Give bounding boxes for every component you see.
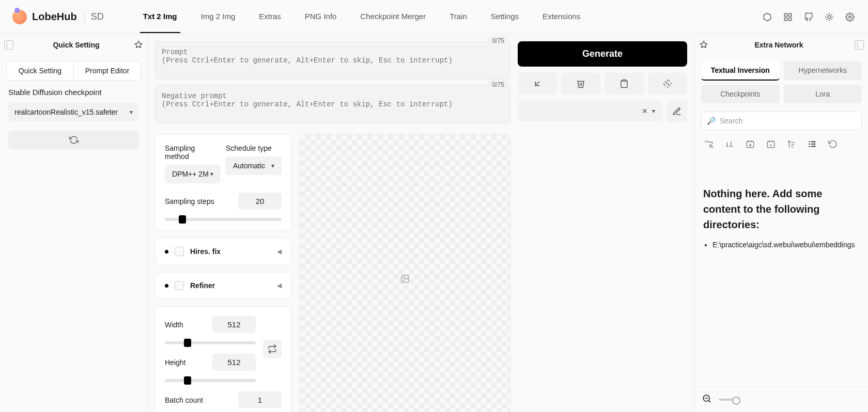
sidebar-left: Quick Setting Quick Setting Prompt Edito… <box>0 34 148 412</box>
hires-fix-collapse[interactable]: Hires. fix ◀ <box>155 238 291 265</box>
svg-line-8 <box>827 14 827 14</box>
refiner-collapse[interactable]: Refiner ◀ <box>155 272 291 299</box>
zoom-out-icon[interactable] <box>702 394 711 405</box>
gear-icon[interactable] <box>844 11 856 23</box>
swap-dimensions-button[interactable] <box>263 340 282 358</box>
svg-line-9 <box>831 19 832 20</box>
tab-textual-inversion[interactable]: Textual Inversion <box>701 61 780 81</box>
folder-search-icon[interactable] <box>701 137 717 151</box>
edit-styles-button[interactable] <box>667 101 687 122</box>
text-size-icon[interactable] <box>722 137 737 151</box>
tab-txt2img[interactable]: Txt 2 Img <box>140 1 180 33</box>
refiner-checkbox[interactable] <box>175 281 184 290</box>
sampling-method-select[interactable]: DPM++ 2M▾ <box>165 165 221 183</box>
checkpoint-select[interactable]: realcartoonRealistic_v15.safetensors ▾ <box>8 103 139 121</box>
chevron-left-icon: ◀ <box>277 248 282 255</box>
batch-count-value[interactable]: 1 <box>238 391 282 408</box>
chevron-down-icon: ▾ <box>271 162 274 169</box>
zoom-slider[interactable] <box>719 399 739 401</box>
svg-rect-3 <box>784 18 787 20</box>
sidebar-left-header: Quick Setting <box>0 34 147 56</box>
hires-fix-checkbox[interactable] <box>175 247 184 256</box>
refresh-checkpoints-button[interactable] <box>8 131 139 149</box>
pin-icon[interactable] <box>699 40 708 50</box>
negative-prompt-input[interactable] <box>155 85 510 123</box>
search-placeholder: Search <box>720 117 742 125</box>
styles-select[interactable]: ✕ ▾ <box>518 101 662 121</box>
tab-pnginfo[interactable]: PNG Info <box>302 1 340 33</box>
brand-suffix: SD <box>84 11 104 22</box>
tab-ckptmerger[interactable]: Checkpoint Merger <box>357 1 429 33</box>
empty-dir-list: E:\practice\aigc\sd.webui\webui\embeddin… <box>712 241 862 251</box>
tab-img2img[interactable]: Img 2 Img <box>198 1 239 33</box>
height-label: Height <box>165 358 185 367</box>
svg-rect-1 <box>784 13 787 16</box>
dot-icon <box>165 284 168 288</box>
tab-extras[interactable]: Extras <box>256 1 284 33</box>
arrow-down-left-icon <box>533 79 542 88</box>
sort-icon[interactable] <box>784 137 799 151</box>
generate-button[interactable]: Generate <box>518 41 687 67</box>
close-icon[interactable]: ✕ <box>642 107 648 115</box>
dimensions-card: Width 512 Height 512 <box>155 306 291 412</box>
tab-quick-setting[interactable]: Quick Setting <box>7 61 74 80</box>
sampling-steps-value[interactable]: 20 <box>238 193 282 210</box>
pin-icon[interactable] <box>134 40 143 50</box>
sampling-method-label: Sampling method <box>165 144 221 161</box>
generate-column: Generate ✕ ▾ <box>518 41 687 412</box>
date-add-icon[interactable] <box>742 137 758 151</box>
theme-icon[interactable] <box>824 11 835 23</box>
extra-network-search[interactable]: 🔎 Search <box>701 112 862 130</box>
sidebar-right-title: Extra Network <box>708 41 849 49</box>
prompts-column: 0/75 0/75 Sampling method DPM++ 2M▾ <box>155 41 510 412</box>
tab-extensions[interactable]: Extensions <box>539 1 583 33</box>
import-icon-button[interactable] <box>518 73 557 94</box>
list-view-icon[interactable] <box>804 137 820 151</box>
sidebar-right-header: Extra Network <box>695 34 868 56</box>
preview-canvas <box>300 134 510 412</box>
svg-line-20 <box>712 147 713 148</box>
checkpoint-value: realcartoonRealistic_v15.safetensors <box>14 108 118 116</box>
prompt-input[interactable] <box>155 41 510 80</box>
date-remove-icon[interactable] <box>763 137 779 151</box>
svg-rect-4 <box>789 18 792 20</box>
svg-point-5 <box>828 15 831 19</box>
empty-message: Nothing here. Add some content to the fo… <box>703 186 860 232</box>
logo-icon <box>12 10 27 24</box>
grid-icon[interactable] <box>782 11 794 23</box>
logo-block: LobeHub SD <box>12 10 104 24</box>
sampling-steps-slider[interactable] <box>165 218 282 221</box>
schedule-type-label: Schedule type <box>226 144 282 152</box>
batch-count-label: Batch count <box>165 396 203 404</box>
tab-prompt-editor[interactable]: Prompt Editor <box>74 61 141 80</box>
sidebar-left-title: Quick Setting <box>19 41 134 49</box>
extra-network-tabs: Textual Inversion Hypernetworks Checkpoi… <box>701 61 862 103</box>
panel-toggle-icon[interactable] <box>855 40 864 50</box>
tab-checkpoints[interactable]: Checkpoints <box>701 85 780 103</box>
clear-icon-button[interactable] <box>561 73 600 94</box>
nav-tabs: Txt 2 Img Img 2 Img Extras PNG Info Chec… <box>140 1 584 33</box>
negative-token-count: 0/75 <box>488 80 508 89</box>
schedule-type-select[interactable]: Automatic▾ <box>226 156 282 175</box>
magic-icon-button[interactable] <box>648 73 687 94</box>
height-value[interactable]: 512 <box>212 354 256 371</box>
sidebar-right: Extra Network Textual Inversion Hypernet… <box>694 34 868 412</box>
refresh-icon[interactable] <box>825 137 841 151</box>
settings-left: Sampling method DPM++ 2M▾ Schedule type … <box>155 134 291 412</box>
zoom-row <box>695 386 868 412</box>
search-icon: 🔎 <box>707 117 716 125</box>
panel-toggle-icon[interactable] <box>4 40 13 50</box>
tab-train[interactable]: Train <box>446 1 470 33</box>
tab-hypernetworks[interactable]: Hypernetworks <box>784 61 862 81</box>
width-value[interactable]: 512 <box>212 316 256 333</box>
chevron-down-icon: ▾ <box>210 170 213 178</box>
width-slider[interactable] <box>165 341 256 344</box>
github-icon[interactable] <box>803 11 814 23</box>
hexagon-icon[interactable] <box>762 11 773 23</box>
tab-lora[interactable]: Lora <box>784 85 862 103</box>
height-slider[interactable] <box>165 379 256 382</box>
tab-settings[interactable]: Settings <box>488 1 522 33</box>
sampling-steps-label: Sampling steps <box>165 197 214 205</box>
chevron-left-icon: ◀ <box>277 282 282 289</box>
paste-icon-button[interactable] <box>605 73 644 94</box>
